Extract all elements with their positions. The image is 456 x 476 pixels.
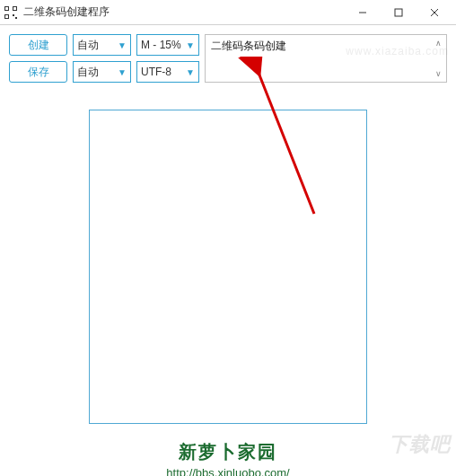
text-input-area[interactable]: 二维码条码创建 ∧ ∨ — [205, 34, 447, 83]
minimize-button[interactable] — [345, 0, 381, 25]
svg-rect-5 — [5, 15, 8, 18]
scroll-down-button[interactable]: ∨ — [432, 67, 444, 80]
footer-link[interactable]: http://bbs.xinluobo.com/ — [9, 466, 447, 476]
svg-rect-9 — [395, 9, 402, 16]
chevron-down-icon: ▼ — [118, 67, 127, 77]
chevron-down-icon: ▼ — [186, 67, 195, 77]
save-button[interactable]: 保存 — [9, 61, 67, 83]
svg-rect-4 — [13, 7, 16, 10]
version-dropdown[interactable]: 自动 ▼ — [73, 61, 131, 83]
control-row-2: 保存 自动 ▼ UTF-8 ▼ — [9, 61, 199, 83]
version-dropdown-value: 自动 — [77, 65, 99, 80]
window-title: 二维条码创建程序 — [23, 4, 345, 20]
chevron-down-icon: ▼ — [118, 40, 127, 50]
left-controls: 创建 自动 ▼ M - 15% ▼ 保存 自动 ▼ UTF-8 ▼ — [9, 34, 199, 83]
scroll-up-button[interactable]: ∧ — [432, 37, 444, 49]
app-icon — [4, 5, 18, 20]
window-controls — [345, 0, 452, 25]
svg-rect-6 — [13, 14, 14, 16]
text-input-value: 二维码条码创建 — [211, 39, 430, 54]
maximize-button[interactable] — [381, 0, 417, 25]
svg-rect-7 — [15, 17, 17, 19]
content-area: 创建 自动 ▼ M - 15% ▼ 保存 自动 ▼ UTF-8 ▼ — [0, 25, 456, 476]
error-correction-dropdown[interactable]: M - 15% ▼ — [136, 34, 199, 56]
controls-area: 创建 自动 ▼ M - 15% ▼ 保存 自动 ▼ UTF-8 ▼ — [9, 34, 447, 83]
size-dropdown-value: 自动 — [77, 38, 99, 53]
control-row-1: 创建 自动 ▼ M - 15% ▼ — [9, 34, 199, 56]
chevron-down-icon: ▼ — [186, 40, 195, 50]
footer: 新萝卜家园 http://bbs.xinluobo.com/ — [9, 440, 447, 476]
footer-site-name: 新萝卜家园 — [9, 440, 447, 464]
error-correction-value: M - 15% — [141, 39, 181, 51]
qrcode-preview — [89, 110, 367, 424]
window-titlebar: 二维条码创建程序 — [0, 0, 456, 25]
close-button[interactable] — [417, 0, 452, 25]
size-dropdown[interactable]: 自动 ▼ — [73, 34, 131, 56]
create-button[interactable]: 创建 — [9, 34, 67, 56]
encoding-dropdown-value: UTF-8 — [141, 66, 171, 78]
encoding-dropdown[interactable]: UTF-8 ▼ — [136, 61, 199, 83]
svg-rect-3 — [5, 7, 8, 10]
